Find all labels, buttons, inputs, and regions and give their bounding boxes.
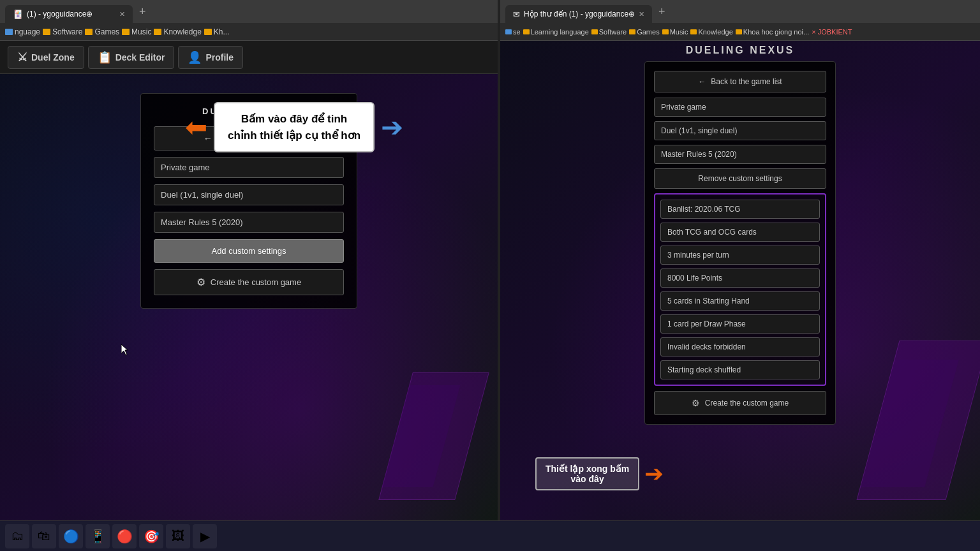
right-remove-custom-btn[interactable]: Remove custom settings bbox=[654, 168, 826, 189]
left-orange-arrow: ⬅ bbox=[185, 114, 207, 141]
duel-zone-icon: ⚔ bbox=[17, 50, 27, 64]
taskbar-phone[interactable]: 📱 bbox=[85, 524, 110, 548]
right-banlist-select[interactable]: Banlist: 2020.06 TCG No banlist bbox=[660, 200, 820, 219]
bm-1[interactable]: Software bbox=[43, 27, 82, 36]
left-tab-close[interactable]: ✕ bbox=[119, 10, 125, 18]
right-create-label: Create the custom game bbox=[705, 399, 789, 408]
right-tab-close[interactable]: ✕ bbox=[639, 10, 644, 18]
right-blue-arrow: ➔ bbox=[381, 114, 403, 141]
left-tab-active[interactable]: 🃏 (1) - ygoguidance⊕ ✕ bbox=[5, 5, 133, 23]
rbm-0[interactable]: se bbox=[505, 28, 521, 36]
nav-deck-editor-label: Deck Editor bbox=[115, 52, 165, 62]
rbm-6[interactable]: Khoa hoc giong noi... bbox=[736, 28, 809, 36]
right-deck-validity-select[interactable]: Invalid decks forbidden Invalid decks al… bbox=[660, 337, 820, 356]
left-tab-bar: 🃏 (1) - ygoguidance⊕ ✕ + bbox=[0, 0, 498, 23]
nav-deck-editor[interactable]: 📋 Deck Editor bbox=[88, 46, 175, 69]
right-create-btn[interactable]: ⚙ Create the custom game bbox=[654, 391, 826, 415]
rbm-2[interactable]: Software bbox=[591, 28, 627, 36]
left-browser: 🃏 (1) - ygoguidance⊕ ✕ + nguage Software… bbox=[0, 0, 498, 551]
create-icon-right: ⚙ bbox=[692, 398, 700, 408]
create-icon-left: ⚙ bbox=[197, 276, 205, 288]
taskbar-photos[interactable]: 🖼 bbox=[166, 524, 190, 548]
nav-duel-zone[interactable]: ⚔ Duel Zone bbox=[8, 46, 84, 69]
right-lp-select[interactable]: 8000 Life Points 4000 Life Points bbox=[660, 268, 820, 288]
bottom-arrow-right: ➔ bbox=[644, 460, 664, 487]
custom-settings-label: Add custom settings bbox=[211, 246, 286, 256]
nav-profile-label: Profile bbox=[205, 52, 234, 62]
right-tab-add[interactable]: + bbox=[653, 5, 671, 18]
right-tab-label: Hộp thư đến (1) - ygoguidance⊕ bbox=[524, 10, 635, 18]
mouse-cursor bbox=[121, 344, 130, 353]
right-panel-title: DUELING NEXUS bbox=[686, 45, 795, 56]
right-rules-select[interactable]: Master Rules 5 (2020) Master Rules 4 bbox=[654, 145, 826, 164]
taskbar: 🗂 🛍 🔵 📱 🔴 🎯 🖼 ▶ bbox=[0, 520, 980, 551]
profile-icon: 👤 bbox=[188, 50, 202, 64]
right-duel-type-select[interactable]: Duel (1v1, single duel) Duel (2v2, tag d… bbox=[654, 121, 826, 140]
rbm-5[interactable]: Knowledge bbox=[690, 28, 732, 36]
left-rules-select[interactable]: Master Rules 5 (2020) Master Rules 4 bbox=[154, 212, 344, 233]
rbm-1[interactable]: Learning language bbox=[523, 28, 589, 36]
left-custom-settings-btn[interactable]: Add custom settings bbox=[154, 239, 344, 263]
left-create-btn[interactable]: ⚙ Create the custom game bbox=[154, 269, 344, 295]
right-browser: ✉ Hộp thư đến (1) - ygoguidance⊕ ✕ + se … bbox=[500, 0, 980, 551]
bm-3[interactable]: Music bbox=[122, 27, 151, 36]
left-game-type-select[interactable]: Private game Public game bbox=[154, 157, 344, 178]
right-draw-select[interactable]: 1 card per Draw Phase 2 cards per Draw P… bbox=[660, 314, 820, 334]
center-annotation-overlay: ⬅ Bấm vào đây để tinh chỉnh thiết lập cụ… bbox=[185, 102, 530, 152]
left-tab-favicon: 🃏 bbox=[13, 10, 23, 19]
right-back-arrow-icon: ← bbox=[698, 77, 706, 86]
rbm-3[interactable]: Games bbox=[629, 28, 659, 36]
left-create-label: Create the custom game bbox=[211, 277, 301, 287]
right-tab-favicon: ✉ bbox=[513, 10, 520, 19]
left-tab-add[interactable]: + bbox=[134, 5, 151, 18]
right-bookmark-bar: se Learning language Software Games Musi… bbox=[500, 23, 980, 41]
taskbar-store[interactable]: 🛍 bbox=[32, 524, 56, 548]
rbm-7[interactable]: × JOBKIENT bbox=[812, 28, 852, 36]
right-time-select[interactable]: 3 minutes per turn 5 minutes per turn bbox=[660, 246, 820, 265]
bm-0[interactable]: nguage bbox=[5, 27, 40, 36]
taskbar-app1[interactable]: 🔴 bbox=[112, 524, 137, 548]
left-tab-label: (1) - ygoguidance⊕ bbox=[27, 10, 115, 18]
taskbar-app2[interactable]: 🎯 bbox=[139, 524, 163, 548]
right-game-area: DUELING NEXUS ← Back to the game list Pr… bbox=[500, 41, 980, 551]
right-card-pool-select[interactable]: Both TCG and OCG cards TCG only bbox=[660, 223, 820, 242]
bm-4[interactable]: Knowledge bbox=[154, 27, 201, 36]
bottom-annotation-box: Thiết lập xong bấm vào đây bbox=[535, 457, 639, 490]
bm-2[interactable]: Games bbox=[85, 27, 119, 36]
left-duel-type-select[interactable]: Duel (1v1, single duel) Duel (2v2, tag d… bbox=[154, 184, 344, 205]
nav-profile[interactable]: 👤 Profile bbox=[178, 46, 243, 69]
right-back-btn[interactable]: ← Back to the game list bbox=[654, 71, 826, 92]
right-hand-select[interactable]: 5 cards in Starting Hand 4 cards bbox=[660, 291, 820, 311]
right-tab-active[interactable]: ✉ Hộp thư đến (1) - ygoguidance⊕ ✕ bbox=[505, 5, 652, 23]
right-panel-wrapper: DUELING NEXUS ← Back to the game list Pr… bbox=[500, 41, 980, 425]
custom-settings-group: Banlist: 2020.06 TCG No banlist Both TCG… bbox=[654, 193, 826, 386]
left-bookmark-bar: nguage Software Games Music Knowledge Kh… bbox=[0, 23, 498, 41]
taskbar-media[interactable]: ▶ bbox=[193, 524, 217, 548]
right-shuffle-select[interactable]: Starting deck shuffled Starting deck not… bbox=[660, 360, 820, 379]
annotation-box: Bấm vào đây để tinh chỉnh thiết lập cụ t… bbox=[214, 102, 375, 152]
right-game-type-select[interactable]: Private game Public game bbox=[654, 98, 826, 117]
right-back-label: Back to the game list bbox=[711, 77, 782, 86]
nav-duel-zone-label: Duel Zone bbox=[31, 52, 75, 62]
taskbar-browser[interactable]: 🔵 bbox=[59, 524, 83, 548]
taskbar-files[interactable]: 🗂 bbox=[5, 524, 29, 548]
deck-editor-icon: 📋 bbox=[98, 50, 112, 64]
left-nav-bar: ⚔ Duel Zone 📋 Deck Editor 👤 Profile bbox=[0, 41, 498, 74]
bm-5[interactable]: Kh... bbox=[204, 27, 230, 36]
right-game-panel: ← Back to the game list Private game Pub… bbox=[644, 61, 836, 425]
remove-custom-label: Remove custom settings bbox=[698, 174, 782, 183]
rbm-4[interactable]: Music bbox=[662, 28, 688, 36]
right-tab-bar: ✉ Hộp thư đến (1) - ygoguidance⊕ ✕ + bbox=[500, 0, 980, 23]
bottom-annotation: Thiết lập xong bấm vào đây ➔ bbox=[535, 457, 664, 490]
